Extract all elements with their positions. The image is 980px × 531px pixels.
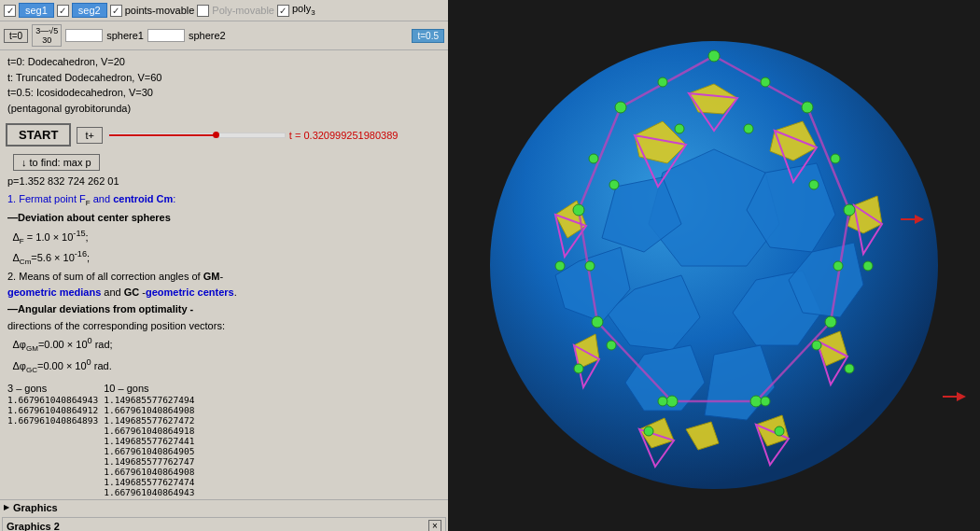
svg-point-68	[574, 364, 583, 373]
sphere1-label: sphere1	[106, 30, 144, 41]
svg-point-53	[802, 102, 813, 113]
start-button[interactable]: START	[6, 123, 71, 147]
graphics2-title: Graphics 2	[7, 521, 60, 531]
col2-row-4: 1.667961040864918	[104, 426, 194, 436]
svg-point-69	[555, 261, 565, 271]
data-table: 3 – gons 1.667961040864943 1.66796104086…	[0, 381, 448, 499]
svg-point-64	[863, 261, 873, 271]
svg-point-61	[658, 77, 667, 87]
svg-point-71	[675, 124, 684, 133]
col2-row-9: 1.149685577627474	[104, 477, 194, 487]
angular-title: —Angular deviations from optimality -	[7, 301, 441, 318]
svg-point-62	[761, 77, 770, 87]
col2-row-1: 1.149685577627494	[104, 395, 194, 405]
graphics-section-toggle[interactable]: ▶ Graphics	[0, 499, 448, 515]
svg-point-63	[831, 154, 840, 163]
seg2-button[interactable]: seg2	[72, 3, 107, 18]
svg-point-67	[644, 426, 653, 436]
svg-point-52	[708, 50, 720, 62]
graphics2-header: Graphics 2 ×	[3, 518, 445, 531]
means-title: 2. Means of sum of all correction angles…	[7, 269, 441, 286]
col1-row-3: 1.667961040864893	[7, 415, 98, 426]
p-value-display: p=1.352 832 724 262 01	[0, 175, 448, 188]
svg-point-66	[775, 426, 784, 436]
svg-point-80	[609, 180, 619, 189]
svg-point-54	[844, 204, 855, 216]
formula-box: 3—√5 30	[32, 24, 62, 47]
col2-row-8: 1.667961040864908	[104, 467, 194, 477]
penta-info-line: (pentagonal gyrobitorunda)	[7, 101, 441, 117]
poly-movable-checkbox[interactable]	[197, 5, 209, 17]
svg-point-77	[658, 397, 667, 406]
svg-point-76	[761, 397, 770, 406]
col2-row-2: 1.667961040864908	[104, 405, 194, 415]
poly3-label: poly3	[292, 3, 315, 17]
svg-point-72	[744, 124, 753, 133]
sphere2-label: sphere2	[189, 30, 226, 41]
col2: 10 – gons 1.149685577627494 1.6679610408…	[104, 383, 194, 497]
seg1-checkbox[interactable]	[4, 5, 16, 17]
directions-text: directions of the corresponding position…	[7, 318, 441, 335]
t-value-display: t = 0.320999251980389	[289, 130, 399, 141]
formula-numerator: 3—√5	[35, 26, 58, 35]
t0-button[interactable]: t=0	[4, 29, 28, 43]
t-slider-area[interactable]: t = 0.320999251980389	[108, 130, 442, 141]
col2-row-7: 1.149685577762747	[104, 456, 194, 467]
points-movable-checkbox[interactable]	[110, 5, 122, 17]
t0-info-line: t=0: Dodecahedron, V=20	[7, 54, 441, 70]
poly3-checkbox[interactable]	[277, 5, 289, 17]
fermat-title: 1. Fermat point FF and centroid Cm:	[7, 191, 441, 210]
geometric-medians-line: geometric medians and GC -geometric cent…	[7, 285, 441, 301]
svg-point-60	[615, 102, 626, 113]
col1-header: 3 – gons	[7, 383, 98, 394]
graphics2-close-button[interactable]: ×	[428, 520, 441, 531]
right-panel-3d	[448, 0, 980, 531]
poly3-sub: 3	[311, 9, 315, 18]
sphere1-input[interactable]	[65, 29, 103, 42]
svg-point-74	[833, 261, 843, 271]
svg-point-56	[750, 396, 762, 407]
t05-button[interactable]: t=0.5	[412, 29, 444, 43]
t-plus-button[interactable]: t+	[77, 127, 102, 144]
deviation-title: —Deviation about center spheres	[7, 210, 441, 227]
delta-phi-gm: ΔφGM=0.00 × 100 rad;	[7, 334, 441, 356]
svg-point-73	[809, 180, 819, 189]
points-movable-label: points-movable	[125, 5, 195, 16]
svg-point-79	[585, 261, 595, 271]
poly-movable-label: Poly-movable	[212, 5, 274, 16]
graphics2-panel: Graphics 2 × t → tmax refresh Dependence…	[2, 517, 446, 531]
delta-f: ΔF = 1.0 × 10-15;	[7, 227, 441, 248]
info-panel: t=0: Dodecahedron, V=20 t: Truncated Dod…	[0, 50, 448, 119]
col1-row-2: 1.667961040864912	[7, 405, 98, 415]
find-max-button[interactable]: ↓ to find: max p	[13, 154, 100, 171]
delta-phi-gc: ΔφGC=0.00 × 100 rad.	[7, 356, 441, 377]
col2-header: 10 – gons	[104, 383, 194, 394]
col1-row-1: 1.667961040864943	[7, 395, 98, 405]
t05-info-line: t=0.5: Icosidodecahedron, V=30	[7, 85, 441, 101]
col2-row-10: 1.667961040864943	[104, 487, 194, 497]
formula-denominator: 30	[42, 35, 51, 45]
col2-row-3: 1.149685577627472	[104, 415, 194, 426]
svg-point-78	[607, 341, 616, 350]
results-panel: 1. Fermat point FF and centroid Cm: —Dev…	[0, 188, 448, 381]
svg-point-58	[592, 316, 603, 328]
seg1-button[interactable]: seg1	[19, 3, 54, 18]
delta-cm: ΔCm=5.6 × 10-16;	[7, 247, 441, 269]
col2-row-5: 1.149685577627441	[104, 436, 194, 446]
sphere2-input[interactable]	[147, 29, 185, 42]
triangle-icon: ▶	[4, 503, 9, 511]
seg2-checkbox[interactable]	[57, 5, 69, 17]
t-info-line: t: Truncated Dodecahedron, V=60	[7, 70, 441, 86]
find-button-row: ↓ to find: max p	[0, 150, 448, 175]
toolbar: seg1 seg2 points-movable Poly-movable po…	[0, 0, 448, 21]
svg-point-75	[812, 341, 821, 350]
svg-point-59	[573, 204, 584, 216]
col1: 3 – gons 1.667961040864943 1.66796104086…	[7, 383, 98, 426]
svg-point-57	[666, 396, 678, 407]
svg-point-65	[845, 364, 854, 373]
graphics-section-label: Graphics	[13, 502, 58, 513]
svg-point-55	[825, 316, 836, 328]
control-row: START t+ t = 0.320999251980389	[0, 119, 448, 150]
svg-point-70	[589, 154, 598, 163]
col2-row-6: 1.667961040864905	[104, 446, 194, 456]
